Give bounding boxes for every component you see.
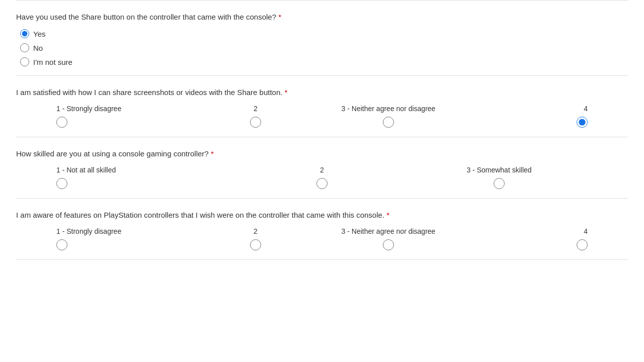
scale-radio-q4-1[interactable] <box>56 239 67 250</box>
scale-radio-q3-2[interactable] <box>316 178 328 189</box>
scale-q2: 1 - Strongly disagree 2 3 - Neither agre… <box>16 105 628 128</box>
scale-item-q2-1: 1 - Strongly disagree <box>16 105 189 128</box>
scale-label-q3-3: 3 - Somewhat skilled <box>466 166 531 174</box>
scale-label-q3-2: 2 <box>320 166 324 174</box>
scale-radio-q2-2[interactable] <box>250 117 261 128</box>
question-section-4: I am aware of features on PlayStation co… <box>16 199 628 259</box>
required-star-2: * <box>285 88 288 97</box>
scale-radio-q4-2[interactable] <box>250 239 261 250</box>
question-section-2: I am satisfied with how I can share scre… <box>16 76 628 137</box>
scale-radio-q4-4[interactable] <box>577 239 588 250</box>
radio-group-q1: Yes No I'm not sure <box>20 29 628 66</box>
radio-no[interactable] <box>20 43 29 52</box>
label-no[interactable]: No <box>33 44 43 52</box>
scale-label-q3-1: 1 - Not at all skilled <box>56 166 116 174</box>
radio-option-yes[interactable]: Yes <box>20 29 628 38</box>
survey-container: Have you used the Share button on the co… <box>0 0 644 260</box>
question-text-2: I am satisfied with how I can share scre… <box>16 88 628 97</box>
scale-q4: 1 - Strongly disagree 2 3 - Neither agre… <box>16 227 628 250</box>
required-star-1: * <box>278 13 281 21</box>
scale-item-q3-1: 1 - Not at all skilled <box>16 166 233 189</box>
scale-item-q2-3: 3 - Neither agree nor disagree <box>322 105 455 128</box>
scale-q3: 1 - Not at all skilled 2 3 - Somewhat sk… <box>16 166 628 189</box>
scale-item-q4-3: 3 - Neither agree nor disagree <box>322 227 455 250</box>
question-text-3: How skilled are you at using a console g… <box>16 149 628 158</box>
scale-label-q2-3: 3 - Neither agree nor disagree <box>342 105 436 113</box>
scale-item-q3-3: 3 - Somewhat skilled <box>411 166 628 189</box>
scale-radio-q2-1[interactable] <box>56 117 67 128</box>
label-not-sure[interactable]: I'm not sure <box>33 58 72 66</box>
required-star-4: * <box>386 211 389 219</box>
radio-not-sure[interactable] <box>20 57 29 66</box>
scale-label-q4-1: 1 - Strongly disagree <box>56 227 121 235</box>
question-text-1: Have you used the Share button on the co… <box>16 13 628 21</box>
scale-item-q4-2: 2 <box>189 227 322 250</box>
scale-radio-q3-1[interactable] <box>56 178 67 189</box>
scale-label-q4-2: 2 <box>254 227 258 235</box>
radio-yes[interactable] <box>20 29 29 38</box>
scale-item-q4-1: 1 - Strongly disagree <box>16 227 189 250</box>
required-star-3: * <box>211 149 214 158</box>
scale-radio-q2-3[interactable] <box>383 117 394 128</box>
question-text-4: I am aware of features on PlayStation co… <box>16 211 628 219</box>
radio-option-no[interactable]: No <box>20 43 628 52</box>
scale-radio-q3-3[interactable] <box>494 178 505 189</box>
label-yes[interactable]: Yes <box>33 30 45 38</box>
question-section-1: Have you used the Share button on the co… <box>16 1 628 75</box>
scale-item-q2-2: 2 <box>189 105 322 128</box>
scale-label-q4-3: 3 - Neither agree nor disagree <box>342 227 436 235</box>
scale-item-q3-2: 2 <box>233 166 411 189</box>
radio-option-not-sure[interactable]: I'm not sure <box>20 57 628 66</box>
scale-label-q2-4: 4 <box>584 105 588 113</box>
scale-label-q4-4: 4 <box>584 227 588 235</box>
scale-radio-q4-3[interactable] <box>383 239 394 250</box>
scale-item-q4-4: 4 <box>455 227 628 250</box>
scale-radio-q2-4[interactable] <box>577 117 588 128</box>
scale-label-q2-2: 2 <box>254 105 258 113</box>
scale-label-q2-1: 1 - Strongly disagree <box>56 105 121 113</box>
scale-item-q2-4: 4 <box>455 105 628 128</box>
bottom-divider <box>16 259 628 260</box>
question-section-3: How skilled are you at using a console g… <box>16 137 628 198</box>
